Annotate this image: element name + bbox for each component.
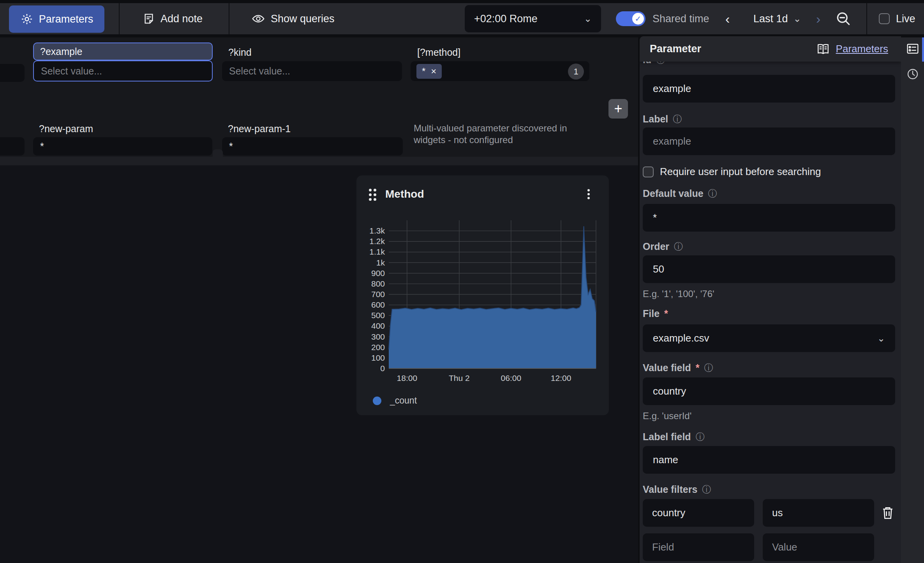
toolbar-divider — [229, 3, 229, 34]
parameter-settings-panel: Idⓘ Parameter Parameters Labelⓘ — [640, 36, 901, 563]
note-icon — [143, 12, 155, 25]
time-forward-button[interactable]: › — [816, 3, 820, 34]
required-asterisk: * — [664, 308, 668, 319]
parameters-button[interactable]: Parameters — [9, 5, 104, 33]
zoom-out-button[interactable] — [835, 10, 852, 27]
eye-icon — [251, 12, 265, 26]
id-input[interactable] — [643, 75, 895, 103]
default-value-label: Default valueⓘ — [643, 188, 717, 200]
value-field-input[interactable] — [643, 377, 895, 405]
param-example-name: ?example — [40, 46, 82, 57]
panel-title: Parameter — [650, 43, 701, 55]
parameters-panel-tab[interactable] — [906, 43, 919, 56]
svg-text:300: 300 — [371, 332, 385, 341]
form-panel-icon — [906, 43, 919, 55]
zoom-out-icon — [835, 10, 852, 27]
param-kind-name: ?kind — [228, 47, 252, 58]
chip-remove-icon[interactable]: × — [431, 66, 436, 77]
required-asterisk: * — [696, 362, 700, 374]
value-filters-label: Value filtersⓘ — [643, 483, 711, 496]
info-icon: ⓘ — [674, 241, 683, 253]
param-example-input[interactable] — [33, 60, 213, 81]
svg-text:12:00: 12:00 — [551, 374, 571, 382]
require-input-label: Require user input before searching — [660, 166, 821, 178]
label-field2-input[interactable] — [643, 446, 895, 474]
svg-text:700: 700 — [371, 290, 385, 299]
delete-filter-button[interactable] — [881, 505, 894, 521]
param-new-param-1-name: ?new-param-1 — [228, 123, 291, 135]
method-value-chip[interactable]: * × — [416, 64, 442, 79]
require-input-checkbox[interactable] — [643, 166, 654, 177]
trash-icon — [881, 505, 894, 520]
param-example-label-box[interactable]: ?example — [33, 42, 213, 60]
time-range-button[interactable]: Last 1d ⌄ — [753, 3, 801, 34]
svg-text:18:00: 18:00 — [397, 374, 418, 382]
timezone-value: +02:00 Rome — [474, 13, 538, 25]
time-back-button[interactable]: ‹ — [725, 3, 730, 34]
legend-series-label: _count — [390, 395, 417, 406]
shared-time-toggle[interactable]: ✓ — [616, 11, 645, 26]
info-icon: ⓘ — [673, 113, 682, 125]
svg-text:200: 200 — [371, 343, 385, 352]
order-label: Orderⓘ — [643, 241, 683, 253]
label-input[interactable] — [643, 127, 895, 155]
chart-legend[interactable]: _count — [373, 395, 417, 406]
method-note: Multi-valued parameter discovered in wid… — [414, 122, 601, 146]
param-new-param-1-input[interactable] — [222, 137, 403, 156]
legend-dot-icon — [373, 397, 381, 405]
live-label: Live — [896, 3, 915, 34]
method-chart-widget: Method 01002003004005006007008009001k1.1… — [356, 175, 609, 415]
active-panel-indicator — [922, 37, 924, 62]
area-chart[interactable]: 01002003004005006007008009001k1.1k1.2k1.… — [356, 175, 609, 388]
info-icon: ⓘ — [702, 483, 711, 496]
svg-text:06:00: 06:00 — [501, 374, 522, 382]
shared-time-label: Shared time — [652, 3, 709, 34]
toggle-check-icon: ✓ — [632, 13, 644, 25]
filter-value-input[interactable] — [763, 533, 874, 561]
chevron-down-icon: ⌄ — [794, 13, 801, 24]
top-toolbar: Parameters Add note Show queries — [0, 3, 924, 34]
live-checkbox[interactable] — [879, 13, 890, 24]
order-input[interactable] — [643, 255, 895, 283]
book-icon — [816, 43, 830, 55]
show-queries-button[interactable]: Show queries — [251, 3, 335, 34]
file-select[interactable]: example.csv ⌄ — [643, 324, 895, 352]
clipped-param-input[interactable] — [0, 64, 25, 82]
file-label: File* — [643, 308, 668, 319]
require-input-row: Require user input before searching — [643, 166, 821, 178]
info-icon: ⓘ — [704, 362, 713, 374]
toolbar-divider — [866, 3, 867, 34]
method-count-badge: 1 — [568, 64, 584, 80]
filter-field-input[interactable] — [643, 533, 754, 561]
svg-text:500: 500 — [371, 311, 385, 320]
dashboard-canvas: Method 01002003004005006007008009001k1.1… — [0, 165, 638, 563]
parameter-bar-handle[interactable] — [213, 149, 223, 157]
svg-text:100: 100 — [371, 353, 385, 362]
svg-text:400: 400 — [371, 321, 385, 330]
history-panel-tab[interactable] — [906, 68, 919, 81]
right-icon-strip — [901, 37, 924, 563]
parameters-panel-link[interactable]: Parameters — [816, 43, 888, 55]
add-note-button[interactable]: Add note — [143, 3, 203, 34]
toolbar-divider — [119, 3, 120, 34]
param-method-input[interactable]: * × 1 — [411, 61, 589, 81]
default-value-input[interactable] — [643, 204, 895, 232]
filter-value-input[interactable] — [763, 499, 874, 527]
param-new-param-input[interactable] — [33, 137, 212, 156]
panel-header: Parameter Parameters — [640, 36, 901, 62]
file-select-value: example.csv — [653, 332, 709, 344]
add-parameter-button[interactable]: + — [608, 99, 628, 119]
param-kind-input[interactable] — [222, 61, 402, 81]
label-field-label: Labelⓘ — [643, 113, 682, 125]
svg-text:0: 0 — [380, 364, 385, 373]
clipped-param-input[interactable] — [0, 137, 25, 156]
value-field-label: Value field* ⓘ — [643, 362, 713, 374]
add-note-label: Add note — [160, 13, 203, 25]
svg-text:Thu 2: Thu 2 — [449, 374, 470, 382]
info-icon: ⓘ — [696, 431, 705, 443]
dashboard-screen: Parameters Add note Show queries — [0, 0, 924, 563]
timezone-select[interactable]: +02:00 Rome ⌄ — [465, 5, 601, 32]
clock-icon — [906, 68, 919, 80]
svg-text:900: 900 — [371, 269, 385, 278]
filter-field-input[interactable] — [643, 499, 754, 527]
